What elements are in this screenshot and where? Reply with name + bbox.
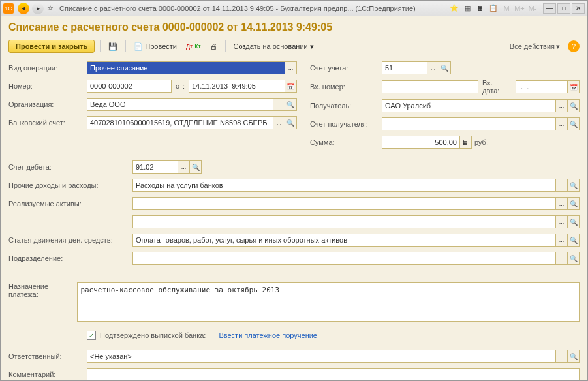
help-button[interactable]: ? [568,40,580,52]
assets-select-button[interactable]: ... [556,197,568,210]
calc-icon[interactable]: 🖩 [475,3,486,14]
create-from-label: Создать на основании [234,42,308,50]
assets2-search-button[interactable]: 🔍 [568,215,580,228]
responsible-select-button[interactable]: ... [556,350,568,363]
comment-label: Комментарий: [8,371,87,378]
other-income-label: Прочие доходы и расходы: [8,181,132,189]
in-number-label: Вх. номер: [310,83,382,91]
org-search-button[interactable]: 🔍 [285,98,297,111]
assets-realized-input[interactable] [132,197,556,210]
recipient-search-button[interactable]: 🔍 [568,99,580,112]
nav-forward-button[interactable]: ▸ [32,3,44,14]
page-title: Списание с расчетного счета 0000-000002 … [8,22,580,33]
other-income-input[interactable] [132,179,556,192]
cash-flow-search-button[interactable]: 🔍 [568,234,580,247]
recipient-acc-label: Счет получателя: [310,120,382,128]
save-icon: 💾 [108,42,117,51]
calendar-icon[interactable]: 📋 [488,3,499,14]
create-from-button[interactable]: Создать на основании▾ [231,41,317,52]
recipient-select-button[interactable]: ... [556,99,568,112]
division-search-button[interactable]: 🔍 [568,252,580,265]
print-button[interactable]: 🖨 [208,41,220,52]
org-label: Организация: [8,100,87,108]
recipient-label: Получатель: [310,102,382,110]
dropdown-icon: ▾ [556,42,560,51]
content-area: Списание с расчетного счета 0000-000002 … [1,16,587,380]
recipient-acc-select-button[interactable]: ... [556,117,568,130]
save-button[interactable]: 💾 [106,41,120,52]
submit-close-button[interactable]: Провести и закрыть [8,40,95,53]
other-income-search-button[interactable]: 🔍 [568,179,580,192]
number-label: Номер: [8,82,87,90]
account-label: Счет учета: [310,64,382,72]
bank-acc-search-button[interactable]: 🔍 [285,116,297,129]
calc-m[interactable]: M [501,3,512,14]
kt-icon: Кт [194,43,200,50]
division-select-button[interactable]: ... [556,252,568,265]
date-input[interactable] [189,80,285,93]
date-calendar-button[interactable]: 📅 [285,80,297,93]
assets-search-button[interactable]: 🔍 [568,197,580,210]
cash-flow-input[interactable] [132,234,556,247]
account-input[interactable] [382,61,427,74]
account-search-button[interactable]: 🔍 [439,61,451,74]
sum-label: Сумма: [310,138,382,146]
confirmed-checkbox[interactable]: ✓ [87,331,96,340]
debit-acc-select-button[interactable]: ... [178,160,190,174]
calc-mminus[interactable]: M- [527,3,538,14]
rub-label: руб. [474,138,488,146]
op-type-input[interactable] [87,61,285,74]
op-type-select-button[interactable]: ... [285,61,297,74]
division-input[interactable] [132,252,556,265]
separator [100,40,101,52]
post-button[interactable]: 📄Провести [131,41,179,52]
recipient-acc-search-button[interactable]: 🔍 [568,117,580,130]
responsible-search-button[interactable]: 🔍 [568,350,580,363]
nav-back-button[interactable]: ◄ [18,3,29,14]
bank-acc-select-button[interactable]: ... [273,116,285,129]
app-window: 1С ◄ ▸ ☆ Списание с расчетного счета 000… [0,0,588,381]
number-input[interactable] [87,80,172,93]
debit-acc-search-button[interactable]: 🔍 [190,160,202,174]
sum-calc-button[interactable]: 🖩 [460,136,472,149]
titlebar-tools: ⭐ ▦ 🖩 📋 M M+ M- [449,3,538,14]
favorite-icon[interactable]: ☆ [45,3,55,14]
all-actions-button[interactable]: Все действия▾ [510,42,560,51]
calc-mplus[interactable]: M+ [514,3,525,14]
dtkt-button[interactable]: ДтКт [183,42,204,51]
sum-input[interactable] [382,136,460,149]
cash-flow-select-button[interactable]: ... [556,234,568,247]
bank-acc-input[interactable] [87,116,273,129]
purpose-textarea[interactable] [77,282,580,322]
org-select-button[interactable]: ... [273,98,285,111]
from-label: от: [176,82,185,90]
grid-icon[interactable]: ▦ [462,3,472,14]
responsible-input[interactable] [87,350,556,363]
other-income-select-button[interactable]: ... [556,179,568,192]
maximize-button[interactable]: □ [557,3,570,14]
org-input[interactable] [87,98,273,111]
star-icon[interactable]: ⭐ [449,3,459,14]
form-top: Вид операции: ... Номер: от: 📅 [8,61,580,153]
account-select-button[interactable]: ... [427,61,439,74]
comment-input[interactable] [87,368,580,380]
app-icon: 1С [3,3,14,14]
in-date-label: Вх. дата: [482,79,512,95]
post-icon: 📄 [134,42,143,51]
close-button[interactable]: ✕ [572,3,585,14]
debit-acc-label: Счет дебета: [8,163,132,171]
enter-payment-order-link[interactable]: Ввести платежное поручение [219,331,317,339]
assets2-select-button[interactable]: ... [556,215,568,228]
purpose-label-2: платежа: [8,290,77,298]
window-controls: — □ ✕ [543,3,585,14]
recipient-acc-input[interactable] [382,117,556,130]
debit-acc-input[interactable] [132,160,178,174]
in-date-input[interactable] [516,80,568,93]
in-number-input[interactable] [382,80,478,93]
left-column: Вид операции: ... Номер: от: 📅 [8,61,297,153]
assets-realized2-input[interactable] [132,215,556,228]
recipient-input[interactable] [382,99,556,112]
minimize-button[interactable]: — [543,3,556,14]
in-date-calendar-button[interactable]: 📅 [568,80,580,93]
all-actions-label: Все действия [510,42,555,50]
